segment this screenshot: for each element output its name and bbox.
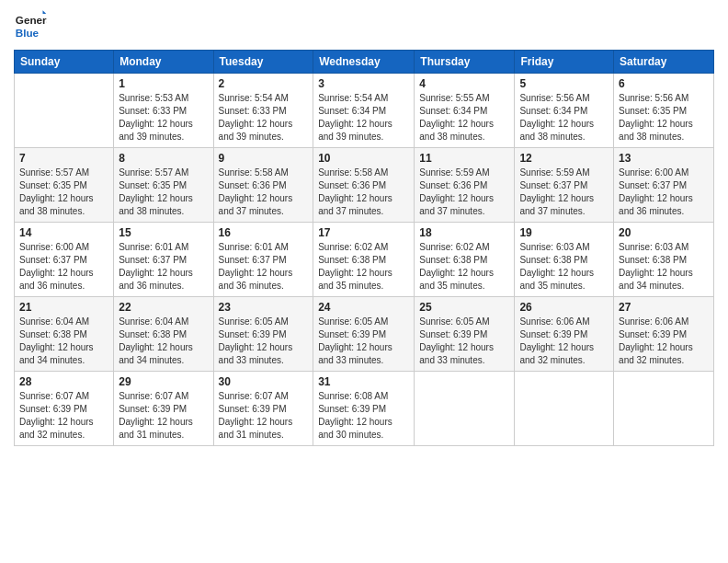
day-cell: 17Sunrise: 6:02 AM Sunset: 6:38 PM Dayli… (313, 223, 415, 297)
day-cell: 29Sunrise: 6:07 AM Sunset: 6:39 PM Dayli… (114, 372, 213, 446)
day-number: 14 (19, 226, 108, 239)
day-info: Sunrise: 5:54 AM Sunset: 6:34 PM Dayligh… (318, 92, 409, 144)
day-cell (515, 372, 614, 446)
day-info: Sunrise: 6:04 AM Sunset: 6:38 PM Dayligh… (119, 316, 208, 367)
day-info: Sunrise: 6:05 AM Sunset: 6:39 PM Dayligh… (318, 316, 409, 367)
day-info: Sunrise: 5:55 AM Sunset: 6:34 PM Dayligh… (419, 92, 509, 144)
day-cell: 26Sunrise: 6:06 AM Sunset: 6:39 PM Dayli… (515, 297, 614, 372)
day-number: 3 (318, 77, 409, 90)
day-cell: 2Sunrise: 5:54 AM Sunset: 6:33 PM Daylig… (213, 74, 313, 148)
day-cell: 12Sunrise: 5:59 AM Sunset: 6:37 PM Dayli… (515, 148, 614, 223)
day-number: 19 (519, 226, 609, 239)
day-number: 22 (119, 301, 208, 314)
day-info: Sunrise: 5:53 AM Sunset: 6:33 PM Dayligh… (119, 92, 208, 144)
day-number: 12 (519, 152, 609, 165)
day-cell: 15Sunrise: 6:01 AM Sunset: 6:37 PM Dayli… (114, 223, 213, 297)
header-sunday: Sunday (15, 51, 114, 74)
day-info: Sunrise: 6:06 AM Sunset: 6:39 PM Dayligh… (519, 316, 609, 367)
svg-text:Blue: Blue (16, 27, 40, 39)
day-number: 2 (219, 77, 309, 90)
day-number: 8 (119, 152, 208, 165)
day-cell: 27Sunrise: 6:06 AM Sunset: 6:39 PM Dayli… (614, 297, 714, 372)
day-cell: 13Sunrise: 6:00 AM Sunset: 6:37 PM Dayli… (614, 148, 714, 223)
day-number: 9 (219, 152, 309, 165)
svg-text:General: General (16, 14, 47, 26)
day-number: 20 (619, 226, 709, 239)
logo: General Blue (14, 9, 51, 42)
day-number: 15 (119, 226, 208, 239)
day-number: 24 (318, 301, 409, 314)
day-number: 25 (419, 301, 509, 314)
day-number: 21 (19, 301, 108, 314)
day-number: 1 (119, 77, 208, 90)
day-cell: 6Sunrise: 5:56 AM Sunset: 6:35 PM Daylig… (614, 74, 714, 148)
week-row-3: 14Sunrise: 6:00 AM Sunset: 6:37 PM Dayli… (15, 223, 714, 297)
day-cell: 7Sunrise: 5:57 AM Sunset: 6:35 PM Daylig… (15, 148, 114, 223)
page: General Blue SundayMondayTuesdayWednesda… (0, 0, 728, 563)
header-wednesday: Wednesday (313, 51, 415, 74)
day-cell: 19Sunrise: 6:03 AM Sunset: 6:38 PM Dayli… (515, 223, 614, 297)
day-info: Sunrise: 6:07 AM Sunset: 6:39 PM Dayligh… (219, 390, 309, 442)
day-cell: 1Sunrise: 5:53 AM Sunset: 6:33 PM Daylig… (114, 74, 213, 148)
day-number: 30 (219, 375, 309, 388)
day-info: Sunrise: 6:02 AM Sunset: 6:38 PM Dayligh… (419, 241, 509, 293)
day-number: 16 (219, 226, 309, 239)
day-info: Sunrise: 6:07 AM Sunset: 6:39 PM Dayligh… (19, 390, 108, 442)
day-number: 29 (119, 375, 208, 388)
day-cell: 3Sunrise: 5:54 AM Sunset: 6:34 PM Daylig… (313, 74, 415, 148)
day-number: 23 (219, 301, 309, 314)
day-number: 5 (519, 77, 609, 90)
day-info: Sunrise: 6:01 AM Sunset: 6:37 PM Dayligh… (219, 241, 309, 293)
header-tuesday: Tuesday (213, 51, 313, 74)
day-info: Sunrise: 5:56 AM Sunset: 6:35 PM Dayligh… (619, 92, 709, 144)
day-number: 13 (619, 152, 709, 165)
week-row-1: 1Sunrise: 5:53 AM Sunset: 6:33 PM Daylig… (15, 74, 714, 148)
day-cell: 24Sunrise: 6:05 AM Sunset: 6:39 PM Dayli… (313, 297, 415, 372)
day-info: Sunrise: 6:05 AM Sunset: 6:39 PM Dayligh… (219, 316, 309, 367)
day-cell: 22Sunrise: 6:04 AM Sunset: 6:38 PM Dayli… (114, 297, 213, 372)
day-number: 7 (19, 152, 108, 165)
day-info: Sunrise: 5:56 AM Sunset: 6:34 PM Dayligh… (519, 92, 609, 144)
day-cell: 8Sunrise: 5:57 AM Sunset: 6:35 PM Daylig… (114, 148, 213, 223)
day-cell: 23Sunrise: 6:05 AM Sunset: 6:39 PM Dayli… (213, 297, 313, 372)
day-cell: 16Sunrise: 6:01 AM Sunset: 6:37 PM Dayli… (213, 223, 313, 297)
week-row-2: 7Sunrise: 5:57 AM Sunset: 6:35 PM Daylig… (15, 148, 714, 223)
day-info: Sunrise: 6:00 AM Sunset: 6:37 PM Dayligh… (619, 167, 709, 218)
day-info: Sunrise: 5:58 AM Sunset: 6:36 PM Dayligh… (318, 167, 409, 218)
day-number: 26 (519, 301, 609, 314)
day-number: 17 (318, 226, 409, 239)
day-info: Sunrise: 6:06 AM Sunset: 6:39 PM Dayligh… (619, 316, 709, 367)
day-info: Sunrise: 5:57 AM Sunset: 6:35 PM Dayligh… (19, 167, 108, 218)
day-cell (415, 372, 515, 446)
day-cell (614, 372, 714, 446)
header-friday: Friday (515, 51, 614, 74)
day-cell: 31Sunrise: 6:08 AM Sunset: 6:39 PM Dayli… (313, 372, 415, 446)
day-info: Sunrise: 5:59 AM Sunset: 6:37 PM Dayligh… (519, 167, 609, 218)
day-number: 28 (19, 375, 108, 388)
calendar-table: SundayMondayTuesdayWednesdayThursdayFrid… (14, 50, 714, 446)
day-cell: 9Sunrise: 5:58 AM Sunset: 6:36 PM Daylig… (213, 148, 313, 223)
day-cell: 5Sunrise: 5:56 AM Sunset: 6:34 PM Daylig… (515, 74, 614, 148)
day-cell: 14Sunrise: 6:00 AM Sunset: 6:37 PM Dayli… (15, 223, 114, 297)
day-number: 27 (619, 301, 709, 314)
day-info: Sunrise: 6:03 AM Sunset: 6:38 PM Dayligh… (519, 241, 609, 293)
header-saturday: Saturday (614, 51, 714, 74)
day-info: Sunrise: 5:57 AM Sunset: 6:35 PM Dayligh… (119, 167, 208, 218)
day-cell: 21Sunrise: 6:04 AM Sunset: 6:38 PM Dayli… (15, 297, 114, 372)
day-number: 31 (318, 375, 409, 388)
day-cell: 20Sunrise: 6:03 AM Sunset: 6:38 PM Dayli… (614, 223, 714, 297)
day-number: 10 (318, 152, 409, 165)
header-thursday: Thursday (415, 51, 515, 74)
day-info: Sunrise: 6:07 AM Sunset: 6:39 PM Dayligh… (119, 390, 208, 442)
day-info: Sunrise: 5:58 AM Sunset: 6:36 PM Dayligh… (219, 167, 309, 218)
day-number: 4 (419, 77, 509, 90)
day-info: Sunrise: 6:02 AM Sunset: 6:38 PM Dayligh… (318, 241, 409, 293)
day-info: Sunrise: 5:54 AM Sunset: 6:33 PM Dayligh… (219, 92, 309, 144)
week-row-4: 21Sunrise: 6:04 AM Sunset: 6:38 PM Dayli… (15, 297, 714, 372)
day-number: 6 (619, 77, 709, 90)
day-number: 11 (419, 152, 509, 165)
day-cell: 11Sunrise: 5:59 AM Sunset: 6:36 PM Dayli… (415, 148, 515, 223)
day-number: 18 (419, 226, 509, 239)
day-cell: 4Sunrise: 5:55 AM Sunset: 6:34 PM Daylig… (415, 74, 515, 148)
day-cell: 28Sunrise: 6:07 AM Sunset: 6:39 PM Dayli… (15, 372, 114, 446)
